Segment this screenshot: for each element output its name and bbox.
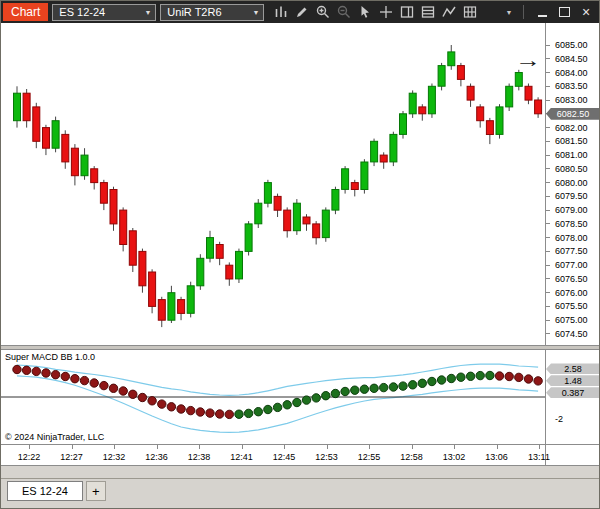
price-axis-tick [546,265,550,266]
right-arrow-annotation[interactable]: → [515,49,541,72]
macd-dot [254,408,262,416]
candle-body [43,128,50,149]
zoom-in-icon [315,4,331,20]
price-axis-tick [546,155,550,156]
chart-label: Chart [3,3,48,21]
macd-dot [409,381,417,389]
time-axis-tick [497,445,498,449]
add-tab-button[interactable]: + [86,481,106,501]
macd-dot [486,371,494,379]
time-axis-tick [284,445,285,449]
macd-dot [22,366,30,374]
time-axis[interactable]: 12:2212:2712:3212:3612:3812:4112:4512:53… [1,444,599,466]
chevron-down-icon: ▼ [144,9,151,16]
cursor-button[interactable] [355,3,375,21]
candle-body [62,134,69,162]
price-axis-label: 6083.00 [555,95,588,105]
instrument-value: ES 12-24 [59,6,105,18]
candle-body [438,66,445,87]
zoom-out-button[interactable] [334,3,354,21]
macd-dot [515,373,523,381]
macd-dot [418,379,426,387]
chart-style-button[interactable] [271,3,291,21]
zigzag-button[interactable] [439,3,459,21]
more-options-button[interactable]: ▼ [502,9,516,16]
time-axis-label: 13:11 [528,452,550,462]
candle-body [390,134,397,162]
candle-body [496,107,503,134]
series-dropdown[interactable]: UniR T2R6 ▼ [160,4,264,21]
candle-body [313,224,320,238]
price-axis-tick [546,127,550,128]
macd-dot [302,396,310,404]
indicator-value-badge: 0.387 [546,387,600,398]
zoom-out-icon [336,4,352,20]
price-axis-tick [546,100,550,101]
time-axis-tick [157,445,158,449]
instrument-dropdown[interactable]: ES 12-24 ▼ [52,4,156,21]
price-axis-label: 6079.00 [555,205,588,215]
candle-body [448,52,455,66]
macd-dot [283,401,291,409]
zoom-in-button[interactable] [313,3,333,21]
maximize-icon [559,7,570,17]
candle-body [361,162,368,190]
main-chart-plot[interactable] [1,23,545,345]
price-axis-label: 6084.50 [555,54,588,64]
time-axis-label: 12:27 [60,452,83,462]
macd-dot [13,365,21,373]
drawing-tools-button[interactable] [292,3,312,21]
data-grid-button[interactable] [460,3,480,21]
time-axis-label: 12:41 [230,452,253,462]
price-axis-label: 6079.50 [555,191,588,201]
candle-body [14,93,21,121]
price-axis-label: 6078.50 [555,219,588,229]
price-axis-tick [546,292,550,293]
minimize-button[interactable] [531,2,553,22]
price-axis-label: 6077.50 [555,246,588,256]
indicator-value-badge: 1.48 [546,375,600,386]
candle-body [351,183,358,190]
macd-dot [148,397,156,405]
indicator-plot[interactable] [1,350,545,444]
macd-dot [42,369,50,377]
time-axis-label: 13:02 [443,452,466,462]
candle-body [71,148,78,176]
price-axis-label: 6075.00 [555,315,588,325]
chart-trader-button[interactable] [397,3,417,21]
time-axis-tick [242,445,243,449]
candle-body [91,169,98,183]
indicators-icon [420,4,436,20]
macd-dot [360,385,368,393]
crosshair-button[interactable] [376,3,396,21]
price-axis-tick [546,278,550,279]
price-axis-label: 6081.00 [555,150,588,160]
candle-body [535,100,542,114]
candle-body [293,203,300,231]
tab-es-12-24[interactable]: ES 12-24 [7,481,83,501]
close-icon: × [582,5,590,19]
macd-dot [370,384,378,392]
price-axis-label: 6078.00 [555,233,588,243]
time-axis-tick [29,445,30,449]
indicator-axis-label: -2 [555,414,563,424]
chart-trader-icon [399,4,415,20]
minimize-icon [538,15,547,17]
chart-style-icon [273,4,289,20]
maximize-button[interactable] [553,2,575,22]
close-button[interactable]: × [575,2,597,22]
indicators-button[interactable] [418,3,438,21]
candle-body [236,251,243,279]
price-axis[interactable]: 6082.50 6085.006084.506084.006083.506083… [545,23,599,345]
candle-body [23,93,30,121]
indicator-axis[interactable]: -22.581.480.387 [545,350,599,444]
macd-dot [428,377,436,385]
candle-body [120,210,127,244]
time-axis-label: 12:45 [273,452,296,462]
macd-dot [216,410,224,418]
price-axis-label: 6075.50 [555,301,588,311]
macd-dot [167,403,175,411]
price-axis-tick [546,237,550,238]
time-axis-tick [72,445,73,449]
data-grid-icon [462,4,478,20]
